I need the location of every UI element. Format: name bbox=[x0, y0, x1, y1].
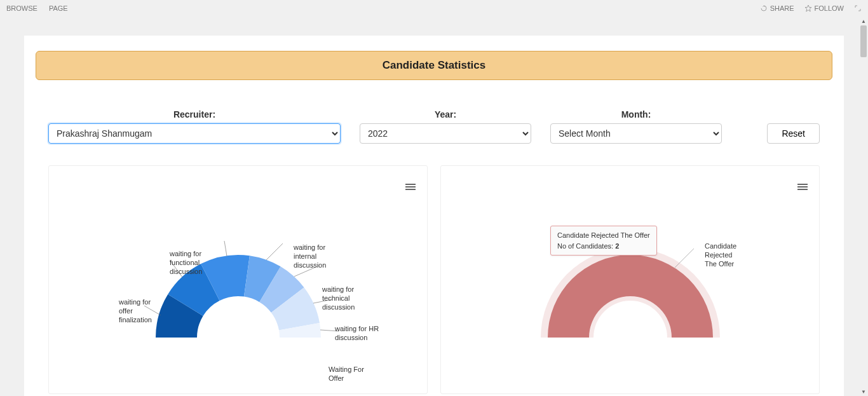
scrollbar-thumb[interactable] bbox=[860, 25, 867, 57]
follow-button[interactable]: FOLLOW bbox=[804, 4, 844, 12]
chart-label-rejected: Candidate Rejected The Offer bbox=[705, 242, 740, 268]
svg-line-8 bbox=[675, 249, 694, 268]
chart-card-pipeline: waiting for offer finalization waiting f… bbox=[48, 165, 428, 394]
reset-button[interactable]: Reset bbox=[767, 123, 820, 144]
filters-row: Recruiter: Prakashraj Shanmugam Year: 20… bbox=[36, 109, 832, 144]
svg-line-3 bbox=[224, 241, 227, 256]
month-label: Month: bbox=[621, 109, 651, 119]
chart-label-hr: waiting for HR discussion bbox=[335, 325, 379, 343]
pipeline-half-donut bbox=[105, 172, 372, 388]
chart-label-offer-finalization: waiting for offer finalization bbox=[119, 298, 163, 324]
recruiter-select[interactable]: Prakashraj Shanmugam bbox=[48, 123, 341, 144]
page-container: Candidate Statistics Recruiter: Prakashr… bbox=[24, 36, 844, 396]
year-select[interactable]: 2022 bbox=[360, 123, 531, 144]
rejection-half-donut bbox=[497, 172, 764, 388]
year-label: Year: bbox=[435, 109, 456, 119]
chart-label-waiting-offer: Waiting For Offer bbox=[329, 365, 373, 383]
month-select[interactable]: Select Month bbox=[550, 123, 722, 144]
chart-label-technical: waiting for technical discussion bbox=[322, 285, 367, 311]
vertical-scrollbar[interactable]: ▲ ▼ bbox=[859, 17, 868, 396]
tooltip-title: Candidate Rejected The Offer bbox=[557, 230, 650, 241]
chart-label-internal: waiting for internal discussion bbox=[294, 243, 338, 270]
ribbon-page[interactable]: PAGE bbox=[49, 4, 68, 12]
chart-label-functional: waiting for functional discussion bbox=[170, 250, 214, 276]
scroll-up-arrow[interactable]: ▲ bbox=[859, 17, 868, 25]
expand-icon bbox=[854, 4, 862, 12]
tooltip-count: No of Candidates: 2 bbox=[557, 241, 650, 252]
chart-card-rejections: Candidate Rejected The Offer Candidate R… bbox=[440, 165, 820, 394]
share-button[interactable]: SHARE bbox=[760, 4, 794, 12]
scroll-down-arrow[interactable]: ▼ bbox=[859, 387, 868, 396]
page-title: Candidate Statistics bbox=[36, 51, 832, 80]
recruiter-label: Recruiter: bbox=[173, 109, 215, 119]
svg-marker-0 bbox=[805, 5, 811, 11]
ribbon-browse[interactable]: BROWSE bbox=[6, 4, 37, 12]
share-label: SHARE bbox=[770, 4, 794, 12]
chart-tooltip: Candidate Rejected The Offer No of Candi… bbox=[550, 226, 657, 256]
fullscreen-button[interactable] bbox=[854, 4, 862, 12]
star-icon bbox=[804, 4, 812, 12]
follow-label: FOLLOW bbox=[815, 4, 844, 12]
svg-line-4 bbox=[266, 243, 283, 260]
share-icon bbox=[760, 4, 768, 12]
